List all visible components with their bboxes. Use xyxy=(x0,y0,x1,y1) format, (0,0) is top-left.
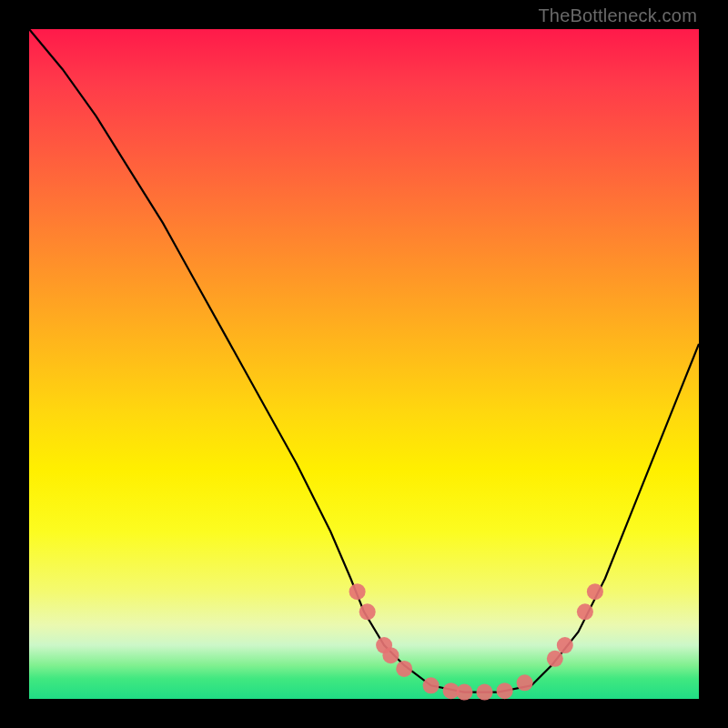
data-point xyxy=(497,682,513,699)
data-point xyxy=(456,684,472,701)
data-point xyxy=(349,583,366,600)
data-point xyxy=(547,651,563,667)
bottleneck-curve xyxy=(29,29,699,699)
data-point xyxy=(359,603,376,620)
chart-area xyxy=(29,29,699,699)
data-point xyxy=(423,677,440,693)
watermark-text: TheBottleneck.com xyxy=(538,5,697,26)
data-point xyxy=(396,661,412,677)
data-point xyxy=(587,583,603,600)
data-point xyxy=(517,674,533,691)
data-points-group xyxy=(349,583,603,700)
data-point xyxy=(577,603,593,620)
data-point xyxy=(382,647,399,663)
data-point xyxy=(557,637,573,653)
data-point xyxy=(477,684,493,701)
